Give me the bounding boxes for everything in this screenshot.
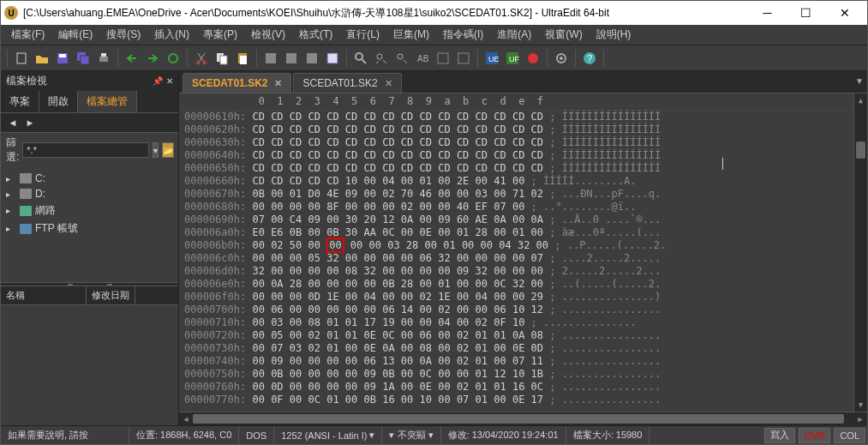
tool-button-4[interactable]	[323, 49, 342, 68]
status-highlight[interactable]: ▾ 不突顯 ▾	[382, 426, 440, 444]
sidebar-tab-explorer[interactable]: 檔案總管	[78, 91, 137, 112]
status-write-button[interactable]: 寫入	[764, 428, 795, 443]
status-col-button[interactable]: COL	[834, 428, 865, 443]
pin-icon[interactable]: 📌	[153, 76, 163, 86]
cut-button[interactable]	[192, 49, 211, 68]
save-all-button[interactable]	[74, 49, 93, 68]
redo-button[interactable]	[143, 49, 162, 68]
print-button[interactable]	[94, 49, 113, 68]
scroll-up-icon[interactable]: ▲	[854, 93, 867, 107]
svg-rect-17	[327, 53, 338, 63]
tool-button-6[interactable]	[454, 49, 473, 68]
svg-text:UE: UE	[488, 55, 499, 63]
status-encoding[interactable]: 1252 (ANSI - Latin I) ▾	[274, 426, 382, 444]
horizontal-scrollbar[interactable]: ◄ ►	[179, 412, 867, 425]
text-caret	[722, 158, 723, 170]
file-tab-1[interactable]: SCEDAT01.SK2 ✕	[183, 73, 291, 93]
sidebar: 檔案檢視 📌 ✕ 專案 開啟 檔案總管 ◄ ► 篩選: ▾ 📂	[1, 71, 179, 425]
svg-point-20	[377, 54, 382, 59]
scroll-right-icon[interactable]: ►	[853, 412, 867, 425]
find-next-button[interactable]	[392, 49, 411, 68]
close-tab-icon[interactable]: ✕	[385, 78, 392, 89]
sidebar-tab-project[interactable]: 專案	[1, 91, 39, 112]
nav-back-button[interactable]: ◄	[6, 116, 20, 129]
menu-edit[interactable]: 編輯(E)	[51, 25, 99, 45]
svg-point-21	[398, 54, 403, 59]
svg-rect-16	[307, 53, 317, 63]
tab-list-dropdown[interactable]: ▼	[855, 76, 864, 86]
scroll-thumb-h[interactable]	[193, 414, 844, 424]
tool-button-1[interactable]	[261, 49, 280, 68]
scroll-thumb[interactable]	[856, 141, 865, 159]
tool-stop-button[interactable]	[524, 49, 542, 68]
menubar: 檔案(F) 編輯(E) 搜尋(S) 插入(N) 專案(P) 檢視(V) 格式(T…	[1, 25, 867, 45]
file-tab-label: SCEDAT01.SK2	[192, 77, 267, 89]
paste-button[interactable]	[233, 49, 252, 68]
menu-column[interactable]: 直行(L)	[339, 25, 386, 45]
open-button[interactable]	[33, 49, 51, 68]
menu-view[interactable]: 檢視(V)	[244, 25, 292, 45]
close-tab-icon[interactable]: ✕	[274, 78, 282, 89]
menu-advanced[interactable]: 進階(A)	[490, 25, 538, 45]
replace-button[interactable]: AB	[413, 49, 432, 68]
svg-line-19	[362, 59, 366, 63]
svg-rect-5	[99, 57, 108, 62]
menu-file[interactable]: 檔案(F)	[4, 25, 51, 45]
col-name[interactable]: 名稱	[1, 286, 87, 304]
svg-rect-2	[59, 54, 66, 57]
menu-search[interactable]: 搜尋(S)	[99, 25, 147, 45]
close-button[interactable]: ✕	[825, 1, 864, 25]
tool-button-3[interactable]	[302, 49, 321, 68]
vertical-scrollbar[interactable]: ▲ ▼	[853, 93, 867, 412]
scroll-left-icon[interactable]: ◄	[179, 412, 193, 425]
repeat-button[interactable]	[164, 49, 183, 68]
tool-ue-button[interactable]: UE	[482, 49, 501, 68]
find-button[interactable]	[351, 49, 370, 68]
tree-node-network[interactable]: ▸網路	[6, 201, 173, 219]
hex-ruler: 0 1 2 3 4 5 6 7 8 9 a b c d e f	[179, 93, 853, 111]
status-lineend[interactable]: DOS	[239, 426, 274, 444]
tree-node-ftp[interactable]: ▸FTP 帳號	[6, 219, 173, 238]
menu-script[interactable]: 指令碼(I)	[436, 25, 490, 45]
tool-button-5[interactable]	[434, 49, 452, 68]
svg-rect-0	[17, 53, 26, 63]
status-ovr-button[interactable]: OVR	[799, 428, 831, 443]
sidebar-close-icon[interactable]: ✕	[166, 76, 173, 86]
new-file-button[interactable]	[12, 49, 31, 68]
config-button[interactable]	[552, 49, 571, 68]
svg-point-7	[169, 54, 177, 63]
scroll-down-icon[interactable]: ▼	[854, 398, 867, 412]
menu-macro[interactable]: 巨集(M)	[386, 25, 436, 45]
nav-fwd-button[interactable]: ►	[23, 116, 37, 129]
tree-node-c[interactable]: ▸C:	[6, 171, 173, 186]
filter-input[interactable]	[22, 142, 149, 158]
copy-button[interactable]	[213, 49, 231, 68]
tree-node-d[interactable]: ▸D:	[6, 186, 173, 201]
minimize-button[interactable]: ─	[748, 1, 787, 25]
save-button[interactable]	[53, 49, 72, 68]
sidebar-tab-open[interactable]: 開啟	[39, 91, 78, 112]
svg-rect-23	[438, 53, 448, 63]
undo-button[interactable]	[123, 49, 141, 68]
file-tab-2[interactable]: SCEDAT01.SK2 ✕	[293, 73, 401, 93]
svg-rect-11	[220, 56, 227, 64]
titlebar: U [C:\Users\ahuang.EMEA\OneDrive - Acer\…	[1, 1, 867, 25]
filter-go-button[interactable]: 📂	[162, 142, 174, 158]
status-filesize: 檔案大小: 15980	[566, 426, 650, 444]
menu-window[interactable]: 視窗(W)	[538, 25, 589, 45]
find-prev-button[interactable]	[372, 49, 391, 68]
filter-dropdown-button[interactable]: ▾	[153, 142, 159, 158]
menu-project[interactable]: 專案(P)	[196, 25, 244, 45]
app-icon: U	[4, 6, 18, 20]
svg-rect-15	[286, 53, 296, 63]
maximize-button[interactable]: ☐	[787, 1, 825, 25]
menu-help[interactable]: 說明(H)	[590, 25, 638, 45]
col-modified[interactable]: 修改日期	[87, 286, 135, 304]
menu-insert[interactable]: 插入(N)	[147, 25, 196, 45]
tool-uf-button[interactable]: UF	[503, 49, 522, 68]
help-button[interactable]: ?	[580, 49, 599, 68]
menu-format[interactable]: 格式(T)	[292, 25, 339, 45]
svg-text:AB: AB	[417, 54, 429, 63]
hex-content[interactable]: 00000610h: CD CD CD CD CD CD CD CD CD CD…	[179, 111, 853, 406]
tool-button-2[interactable]	[282, 49, 301, 68]
